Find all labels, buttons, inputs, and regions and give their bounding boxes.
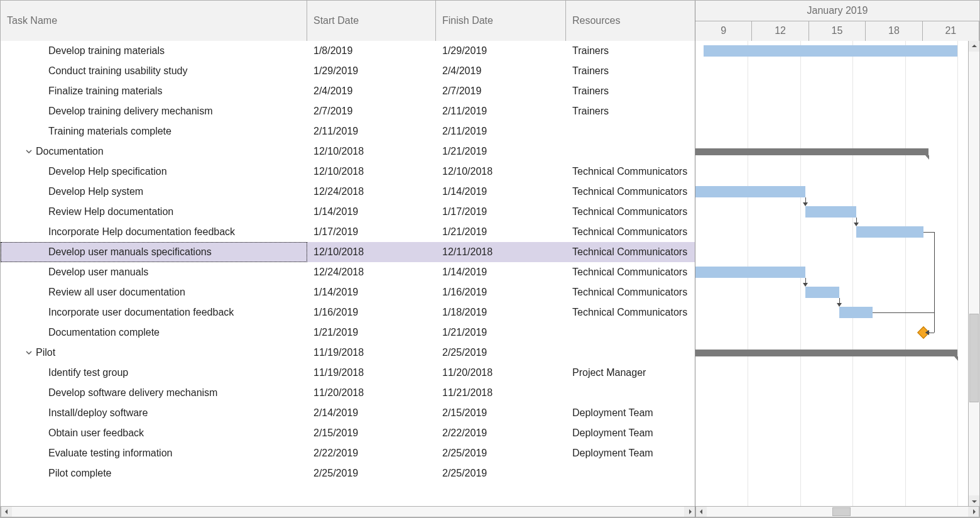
task-bar[interactable]: [805, 206, 856, 218]
task-row[interactable]: Finalize training materials2/4/20192/7/2…: [1, 81, 695, 101]
scroll-down-icon[interactable]: [969, 495, 979, 506]
start-date-cell: 2/11/2019: [307, 121, 436, 141]
task-bar[interactable]: [805, 287, 839, 298]
finish-date-cell: 1/17/2019: [436, 202, 566, 222]
start-date-cell: 12/10/2018: [307, 162, 436, 182]
finish-date-cell: 2/11/2019: [436, 121, 566, 141]
resources-cell: Trainers: [566, 41, 695, 61]
resources-cell: [566, 463, 695, 483]
finish-date-cell: 1/14/2019: [436, 182, 566, 202]
start-date-cell: 2/4/2019: [307, 81, 436, 101]
task-row[interactable]: Develop user manuals12/24/20181/14/2019T…: [1, 262, 695, 282]
task-bar[interactable]: [695, 267, 805, 278]
scroll-right-icon[interactable]: [968, 507, 979, 517]
task-row[interactable]: Evaluate testing information2/22/20192/2…: [1, 443, 695, 463]
task-row[interactable]: Documentation12/10/20181/21/2019: [1, 141, 695, 162]
scrollbar-thumb[interactable]: [832, 507, 851, 516]
task-row[interactable]: Identify test group11/19/201811/20/2018P…: [1, 363, 695, 383]
scrollbar-thumb[interactable]: [969, 314, 979, 402]
task-row[interactable]: Develop software delivery mechanism11/20…: [1, 383, 695, 403]
resources-cell: Deployment Team: [566, 443, 695, 463]
start-date-cell: 11/20/2018: [307, 383, 436, 403]
finish-date-cell: 12/11/2018: [436, 242, 566, 262]
gantt-header: January 2019 912151821: [695, 1, 979, 41]
chevron-down-icon[interactable]: [24, 148, 33, 155]
task-row[interactable]: Develop training delivery mechanism2/7/2…: [1, 101, 695, 121]
resources-cell: [566, 121, 695, 141]
scrollbar-track[interactable]: [707, 507, 968, 517]
task-row[interactable]: Install/deploy software2/14/20192/15/201…: [1, 403, 695, 423]
finish-date-cell: 2/4/2019: [436, 61, 566, 81]
column-header-task[interactable]: Task Name: [1, 1, 307, 41]
task-name-cell: Review Help documentation: [48, 206, 173, 217]
dependency-line: [873, 312, 934, 313]
resources-cell: Technical Communicators: [566, 282, 695, 302]
finish-date-cell: 12/10/2018: [436, 162, 566, 182]
task-row[interactable]: Conduct training usability study1/29/201…: [1, 61, 695, 81]
scroll-left-icon[interactable]: [696, 507, 707, 517]
task-row[interactable]: Develop Help system12/24/20181/14/2019Te…: [1, 182, 695, 202]
task-row[interactable]: Develop Help specification12/10/201812/1…: [1, 162, 695, 182]
task-row[interactable]: Review Help documentation1/14/20191/17/2…: [1, 202, 695, 222]
resources-cell: Trainers: [566, 81, 695, 101]
task-row[interactable]: Incorporate Help documentation feedback1…: [1, 222, 695, 242]
task-row[interactable]: Pilot11/19/20182/25/2019: [1, 343, 695, 363]
start-date-cell: 11/19/2018: [307, 363, 436, 383]
task-bar[interactable]: [695, 186, 805, 197]
start-date-cell: 12/10/2018: [307, 242, 436, 262]
task-grid-pane: Task Name Start Date Finish Date Resourc…: [1, 1, 695, 517]
task-row[interactable]: Develop user manuals specifications12/10…: [1, 242, 695, 262]
resources-cell: Technical Communicators: [566, 182, 695, 202]
column-header-finish[interactable]: Finish Date: [436, 1, 566, 41]
start-date-cell: 1/16/2019: [307, 302, 436, 322]
gantt-h-scrollbar[interactable]: [695, 506, 979, 517]
dependency-arrow-icon: [925, 330, 929, 335]
task-name-cell: Training materials complete: [48, 126, 172, 136]
column-header-start[interactable]: Start Date: [307, 1, 436, 41]
task-row[interactable]: Review all user documentation1/14/20191/…: [1, 282, 695, 302]
task-name-cell: Review all user documentation: [48, 287, 185, 297]
finish-date-cell: 1/21/2019: [436, 322, 566, 343]
chevron-down-icon[interactable]: [24, 350, 33, 356]
task-name-cell: Identify test group: [48, 367, 128, 378]
task-name-cell: Finalize training materials: [48, 85, 162, 96]
resources-cell: Technical Communicators: [566, 222, 695, 242]
resources-cell: Technical Communicators: [566, 302, 695, 322]
scrollbar-track[interactable]: [12, 507, 684, 517]
task-row[interactable]: Develop training materials1/8/20191/29/2…: [1, 41, 695, 61]
task-name-cell: Develop training materials: [48, 45, 165, 56]
grid-header: Task Name Start Date Finish Date Resourc…: [1, 1, 695, 41]
start-date-cell: 12/10/2018: [307, 141, 436, 162]
task-bar[interactable]: [704, 45, 957, 57]
task-name-cell: Evaluate testing information: [48, 448, 172, 458]
task-name-cell: Develop user manuals specifications: [48, 246, 212, 257]
summary-bar[interactable]: [695, 350, 957, 356]
summary-bar[interactable]: [695, 148, 928, 155]
task-row[interactable]: Documentation complete1/21/20191/21/2019: [1, 322, 695, 343]
task-row[interactable]: Pilot complete2/25/20192/25/2019: [1, 463, 695, 483]
gantt-v-scrollbar[interactable]: [968, 41, 979, 506]
resources-cell: Trainers: [566, 61, 695, 81]
task-row[interactable]: Obtain user feedback2/15/20192/22/2019De…: [1, 423, 695, 443]
resources-cell: Technical Communicators: [566, 202, 695, 222]
timeline-day-header: 18: [866, 21, 922, 41]
finish-date-cell: 11/20/2018: [436, 363, 566, 383]
gantt-body[interactable]: [695, 41, 979, 506]
dependency-arrow-icon: [854, 223, 859, 226]
task-name-cell: Develop software delivery mechanism: [48, 387, 217, 398]
scroll-up-icon[interactable]: [969, 41, 979, 52]
task-bar[interactable]: [839, 307, 873, 318]
scroll-left-icon[interactable]: [1, 507, 12, 517]
task-row[interactable]: Incorporate user documentation feedback1…: [1, 302, 695, 322]
start-date-cell: 2/14/2019: [307, 403, 436, 423]
start-date-cell: 12/24/2018: [307, 182, 436, 202]
scrollbar-track[interactable]: [969, 52, 979, 495]
task-bar[interactable]: [856, 226, 924, 238]
grid-h-scrollbar[interactable]: [1, 506, 695, 517]
scroll-right-icon[interactable]: [684, 507, 695, 517]
column-header-resources[interactable]: Resources: [566, 1, 695, 41]
resources-cell: [566, 383, 695, 403]
task-row[interactable]: Training materials complete2/11/20192/11…: [1, 121, 695, 141]
timeline-days-row: 912151821: [695, 21, 979, 41]
finish-date-cell: 1/18/2019: [436, 302, 566, 322]
